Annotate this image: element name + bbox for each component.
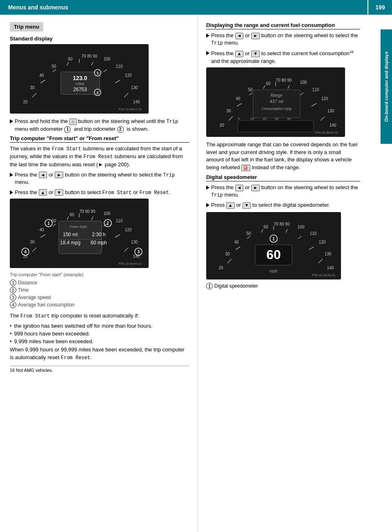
svg-text:P54.32-8848-31: P54.32-8848-31	[312, 273, 336, 277]
caption-item-2: 2 Time	[10, 287, 189, 293]
svg-text:100: 100	[300, 80, 307, 85]
down-btn-r2: ▼	[251, 51, 260, 57]
sidebar-label: On-board computer and displays	[381, 29, 392, 144]
svg-text:60: 60	[266, 81, 271, 86]
digital-speedo-circle: 1	[206, 283, 213, 289]
header-bar: Menus and submenus 199	[0, 0, 392, 15]
svg-text:0: 0	[238, 117, 240, 121]
svg-text:P54.32-8847-31: P54.32-8847-31	[118, 107, 142, 111]
svg-text:1: 1	[96, 71, 98, 75]
bullet-ud-text: Press the ▲ or ▼ button to select From S…	[15, 189, 189, 197]
svg-text:18.4 mpg: 18.4 mpg	[60, 240, 80, 246]
bullet-arrow-ds2	[206, 203, 209, 207]
caption-item-3: 3 Average speed	[10, 294, 189, 301]
trip-code-1: Trip	[166, 119, 178, 125]
up-btn-ds2: ▲	[226, 202, 235, 209]
svg-text:30: 30	[226, 109, 231, 113]
display-range-bullet-1: Press the ◄ or ► button on the steering …	[206, 32, 360, 47]
svg-text:1: 1	[47, 221, 50, 226]
from-reset-inline: From Reset	[61, 355, 90, 361]
svg-text:60: 60	[266, 247, 281, 262]
header-title: Menus and submenus	[8, 4, 68, 11]
svg-text:140: 140	[133, 100, 140, 104]
home-button-icon: ⌂	[69, 118, 77, 125]
down-btn-ds2: ▼	[243, 202, 251, 209]
svg-rect-92	[238, 121, 314, 132]
range-description: The approximate range that can be covere…	[206, 141, 360, 172]
svg-text:26753: 26753	[73, 87, 87, 92]
svg-text:130: 130	[327, 109, 334, 113]
right-column: Displaying the range and current fuel co…	[198, 15, 381, 532]
svg-text:140: 140	[327, 266, 334, 270]
bullet-r1-text: Press the ◄ or ► button on the steering …	[211, 32, 360, 47]
svg-text:40: 40	[39, 73, 44, 78]
svg-text:60: 60	[69, 212, 74, 217]
svg-text:4: 4	[24, 250, 27, 254]
svg-text:30: 30	[30, 240, 35, 244]
svg-text:123.0: 123.0	[73, 75, 87, 81]
caption-label-3: Average speed	[18, 295, 51, 300]
svg-text:70 80 90: 70 80 90	[274, 222, 290, 226]
svg-text:2:30 h: 2:30 h	[92, 232, 105, 237]
svg-text:110: 110	[116, 64, 123, 69]
dot-bullet-3: 9,999 miles have been exceeded.	[10, 338, 189, 344]
trip-code-ds: Trip	[211, 192, 223, 198]
svg-text:140: 140	[330, 123, 336, 127]
svg-text:130: 130	[131, 85, 138, 90]
trip-menu-box: Trip menu	[10, 22, 43, 31]
caption-circle-4: 4	[10, 302, 16, 308]
trip-computer-heading: Trip computer "From start" or "From rese…	[10, 135, 189, 143]
svg-text:3: 3	[137, 250, 140, 254]
dot-bullet-2: 999 hours have been exceeded.	[10, 331, 189, 337]
digital-speedo-caption-text: Digital speedometer	[214, 283, 258, 289]
bullet-arrow-1	[10, 119, 13, 123]
svg-text:50: 50	[51, 64, 56, 69]
footnote: 16 Not AMG vehicles.	[10, 366, 189, 373]
svg-text:30: 30	[225, 252, 230, 256]
caption-label-4: Average fuel consumption	[18, 302, 75, 308]
from-start-code: From Start	[52, 146, 81, 152]
caption-item-4: 4 Average fuel consumption	[10, 302, 189, 308]
left-btn-r1: ◄	[235, 33, 244, 39]
page-wrapper: On-board computer and displays Trip menu…	[0, 15, 392, 532]
up-btn-r2: ▲	[235, 51, 244, 57]
right-btn-ds1: ►	[251, 185, 260, 191]
press-hold-item: Press and hold the the ⌂ button on the s…	[10, 118, 189, 133]
svg-text:mph: mph	[270, 269, 277, 273]
bullet-arrow-r1	[206, 34, 209, 38]
svg-text:40: 40	[39, 228, 44, 232]
trip-computer-desc: The values in the From Start submenu are…	[10, 145, 189, 169]
bullet-lr-text: Press the ◄ or ► button on the steering …	[15, 171, 189, 186]
caption-list: 1 Distance 2 Time 3 Average speed 4 Aver…	[10, 279, 189, 308]
svg-text:70 80 90: 70 80 90	[82, 54, 98, 58]
svg-text:Consumption mpg: Consumption mpg	[261, 107, 291, 111]
svg-text:30: 30	[30, 85, 35, 90]
svg-text:130: 130	[131, 240, 138, 244]
svg-text:miles: miles	[76, 82, 85, 86]
down-button-icon: ▼	[55, 189, 63, 196]
digital-speedo-title: Digital speedometer	[206, 174, 257, 180]
svg-text:110: 110	[312, 87, 319, 92]
display-range-heading: Displaying the range and current fuel co…	[206, 22, 360, 29]
svg-text:70 80 90: 70 80 90	[276, 78, 292, 83]
svg-text:120: 120	[319, 240, 326, 244]
svg-text:20: 20	[219, 123, 224, 127]
trip-computer-caption: Trip computer "From start" (example) 1 D…	[10, 272, 189, 308]
auto-reset-para: When 9,999 hours or 99,999 miles have be…	[10, 346, 189, 362]
digital-speedo-bullet-1: Press the ◄ or ► button on the steering …	[206, 184, 360, 199]
sidebar-label-text: On-board computer and displays	[383, 51, 389, 122]
speedometer-image-2: 20 30 40 50 60 70 80 90 100 110 120 130 …	[10, 199, 149, 268]
trip-code-r1: Trip	[211, 40, 223, 46]
display-range-bullet-2: Press the ▲ or ▼ to select the current f…	[206, 49, 360, 65]
svg-text:120: 120	[125, 228, 132, 232]
svg-text:60: 60	[263, 225, 268, 229]
svg-text:2: 2	[107, 221, 109, 226]
dot-bullet-1: the ignition has been switched off for m…	[10, 323, 189, 329]
bullet-press-lr: Press the ◄ or ► button on the steering …	[10, 171, 189, 186]
svg-text:120: 120	[125, 73, 132, 78]
header-teal-section: Menus and submenus	[0, 0, 368, 15]
dot-bullet-1-text: the ignition has been switched off for m…	[14, 323, 153, 329]
svg-text:2: 2	[96, 91, 98, 95]
refuel-icon: ⛽	[241, 165, 250, 171]
digital-speedo-caption-list: 1 Digital speedometer	[206, 283, 360, 289]
